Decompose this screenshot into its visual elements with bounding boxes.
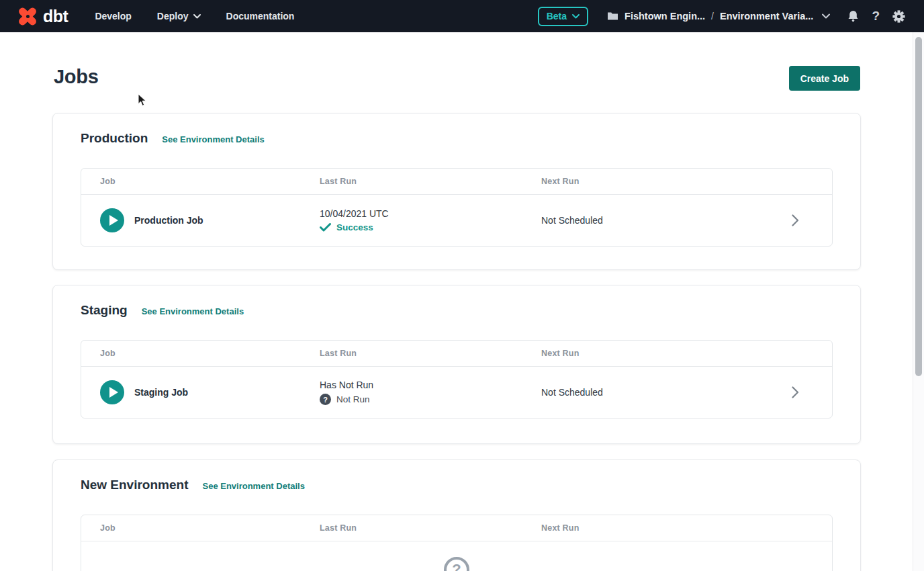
scrollbar-thumb[interactable] — [915, 37, 922, 376]
navbar-right: Beta Fishtown Engin... / Environment Var… — [538, 7, 905, 26]
jobs-table-header: Job Last Run Next Run — [81, 169, 832, 195]
gear-icon[interactable] — [892, 10, 905, 23]
environment-card: New Environment See Environment Details … — [52, 459, 861, 571]
column-header-next-run: Next Run — [541, 523, 792, 533]
dbt-logo[interactable]: dbt — [16, 5, 68, 28]
environment-name: Staging — [81, 303, 128, 318]
jobs-table-header: Job Last Run Next Run — [81, 341, 832, 367]
last-run-cell: Has Not Run ? Not Run — [320, 380, 541, 405]
breadcrumb-separator: / — [711, 11, 714, 21]
dbt-logo-text: dbt — [43, 7, 68, 26]
last-run-date: 10/04/2021 UTC — [320, 208, 541, 219]
next-run-cell: Not Scheduled — [541, 215, 792, 226]
jobs-table: Job Last Run Next Run ? — [81, 515, 833, 571]
status-line: ? Success — [320, 222, 541, 232]
job-row[interactable]: Production Job 10/04/2021 UTC ? Success … — [81, 195, 832, 246]
chevron-down-icon — [193, 14, 201, 19]
nav-item-documentation[interactable]: Documentation — [226, 11, 295, 21]
status-text: Not Run — [336, 394, 370, 404]
help-icon[interactable]: ? — [872, 9, 880, 24]
beta-dropdown[interactable]: Beta — [538, 7, 588, 26]
check-icon — [320, 223, 331, 232]
column-header-job: Job — [100, 177, 320, 186]
chevron-right-icon[interactable] — [792, 386, 832, 398]
nav-item-deploy[interactable]: Deploy — [157, 11, 201, 21]
nav-item-develop[interactable]: Develop — [95, 11, 131, 21]
empty-state: ? — [81, 541, 832, 571]
environment-name: New Environment — [81, 478, 188, 492]
page-title: Jobs — [54, 66, 99, 88]
job-cell: Staging Job — [100, 380, 320, 404]
question-circle-icon: ? — [320, 394, 331, 405]
chevron-right-icon[interactable] — [792, 214, 832, 226]
breadcrumb-section[interactable]: Environment Varia... — [720, 11, 813, 21]
top-navbar: dbt Develop Deploy Documentation Beta Fi… — [0, 0, 924, 32]
see-environment-details-link[interactable]: See Environment Details — [202, 481, 304, 491]
status-line: ? Not Run — [320, 394, 541, 405]
environment-name: Production — [81, 131, 148, 146]
environment-header: Production See Environment Details — [81, 131, 833, 146]
chevron-down-icon — [572, 14, 580, 19]
dbt-logo-icon — [16, 5, 39, 28]
main-nav: Develop Deploy Documentation — [95, 11, 294, 21]
breadcrumb-project[interactable]: Fishtown Engin... — [625, 11, 705, 21]
column-header-job: Job — [100, 349, 320, 358]
job-name[interactable]: Staging Job — [134, 387, 188, 398]
navbar-icon-group: ? — [847, 9, 905, 24]
breadcrumb[interactable]: Fishtown Engin... / Environment Varia... — [607, 11, 830, 21]
mouse-cursor — [138, 93, 147, 107]
job-row[interactable]: Staging Job Has Not Run ? Not Run Not Sc… — [81, 367, 832, 418]
create-job-button[interactable]: Create Job — [789, 66, 860, 91]
status-text: Success — [336, 222, 373, 232]
column-header-job: Job — [100, 523, 320, 533]
play-icon[interactable] — [100, 380, 124, 404]
environment-header: New Environment See Environment Details — [81, 478, 833, 492]
environment-header: Staging See Environment Details — [81, 303, 833, 318]
environment-card: Production See Environment Details Job L… — [52, 113, 861, 270]
last-run-date: Has Not Run — [320, 380, 541, 390]
job-cell: Production Job — [100, 208, 320, 232]
column-header-next-run: Next Run — [541, 177, 792, 186]
last-run-cell: 10/04/2021 UTC ? Success — [320, 208, 541, 232]
next-run-cell: Not Scheduled — [541, 387, 792, 398]
jobs-table-body: Staging Job Has Not Run ? Not Run Not Sc… — [81, 367, 832, 418]
jobs-table: Job Last Run Next Run Staging Job Has No… — [81, 340, 833, 419]
column-header-last-run: Last Run — [320, 523, 541, 533]
play-icon[interactable] — [100, 208, 124, 232]
see-environment-details-link[interactable]: See Environment Details — [142, 306, 244, 316]
environment-card: Staging See Environment Details Job Last… — [52, 285, 861, 444]
jobs-table-header: Job Last Run Next Run — [81, 515, 832, 541]
column-header-next-run: Next Run — [541, 349, 792, 358]
column-header-last-run: Last Run — [320, 349, 541, 358]
see-environment-details-link[interactable]: See Environment Details — [162, 134, 264, 144]
folder-icon — [607, 11, 618, 21]
jobs-table-body: Production Job 10/04/2021 UTC ? Success … — [81, 195, 832, 246]
bell-icon[interactable] — [847, 10, 859, 22]
scrollbar-track[interactable] — [913, 32, 924, 571]
job-name[interactable]: Production Job — [134, 215, 203, 226]
column-header-last-run: Last Run — [320, 177, 541, 186]
jobs-table: Job Last Run Next Run Production Job 10/… — [81, 168, 833, 247]
chevron-down-icon — [822, 13, 830, 19]
question-circle-icon: ? — [444, 557, 469, 571]
